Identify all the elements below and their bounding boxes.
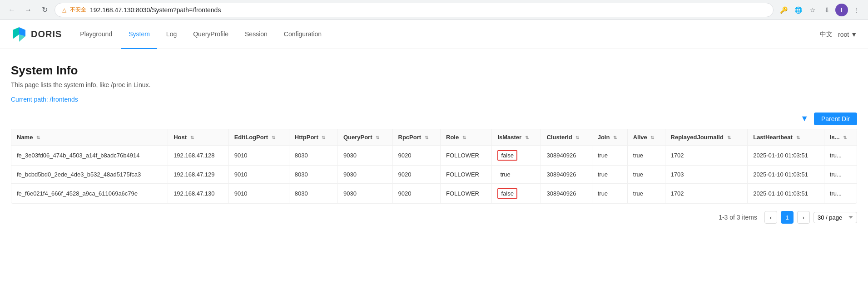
cell-ismaster: false [492,184,541,204]
cell-editlogport: 9010 [228,184,289,204]
sort-icon-role: ⇅ [462,135,466,140]
cell-join: true [592,184,627,204]
col-ishelper[interactable]: Is... ⇅ [824,129,857,146]
col-role[interactable]: Role ⇅ [441,129,492,146]
pagination-info: 1-3 of 3 items [719,214,757,221]
nav-system[interactable]: System [121,20,157,49]
back-button[interactable]: ← [5,4,18,16]
cell-ishelper: tru... [824,184,857,204]
url-text[interactable]: 192.168.47.130:8030/System?path=/fronten… [90,6,766,14]
table-header-row: Name ⇅ Host ⇅ EditLogPort ⇅ HttpPort ⇅ Q… [11,129,857,146]
col-clusterid[interactable]: ClusterId ⇅ [541,129,592,146]
page-description: This page lists the system info, like /p… [11,81,857,88]
sort-icon-ismaster: ⇅ [525,135,529,140]
cell-clusterid: 308940926 [541,146,592,166]
col-name[interactable]: Name ⇅ [11,129,168,146]
language-switcher[interactable]: 中文 [820,30,833,39]
sort-icon-httpport: ⇅ [322,135,325,140]
is-master-value: false [497,150,517,161]
nav-playground[interactable]: Playground [73,20,119,49]
sort-icon-host: ⇅ [190,135,194,140]
cell-name: fe_f6e021f4_666f_4528_a9ca_611069a6c79e [11,184,168,204]
cell-httpport: 8030 [289,166,337,184]
cell-ismaster: false [492,146,541,166]
system-info-table: Name ⇅ Host ⇅ EditLogPort ⇅ HttpPort ⇅ Q… [11,129,857,203]
translate-icon[interactable]: 🌐 [792,4,804,16]
address-bar[interactable]: △ 不安全 192.168.47.130:8030/System?path=/f… [55,3,774,17]
menu-icon[interactable]: ⋮ [850,4,863,16]
cell-rpcport: 9020 [392,146,441,166]
col-alive[interactable]: Alive ⇅ [627,129,665,146]
cell-rpcport: 9020 [392,184,441,204]
col-ismaster[interactable]: IsMaster ⇅ [492,129,541,146]
reload-button[interactable]: ↻ [38,4,51,16]
cell-join: true [592,166,627,184]
nav-session[interactable]: Session [238,20,275,49]
cell-host: 192.168.47.130 [168,184,229,204]
cell-lastheartbeat: 2025-01-10 01:03:51 [748,166,824,184]
cell-alive: true [627,146,665,166]
is-master-value: true [497,170,513,179]
cell-role: FOLLOWER [441,184,492,204]
download-icon[interactable]: ⇩ [821,4,833,16]
table-body: fe_3e03fd06_474b_4503_a14f_b8adc76b49141… [11,146,857,204]
page-1-button[interactable]: 1 [781,211,794,224]
cell-host: 192.168.47.129 [168,166,229,184]
cell-lastheartbeat: 2025-01-10 01:03:51 [748,146,824,166]
main-nav: Playground System Log QueryProfile Sessi… [73,20,820,49]
sort-icon-editlogport: ⇅ [272,135,275,140]
cell-replayedjournalid: 1702 [665,184,748,204]
logo-icon [11,26,27,43]
col-host[interactable]: Host ⇅ [168,129,229,146]
sort-icon-alive: ⇅ [650,135,654,140]
sort-icon-replayedjournalid: ⇅ [727,135,731,140]
cell-editlogport: 9010 [228,166,289,184]
forward-button[interactable]: → [22,4,35,16]
bookmark-icon[interactable]: ☆ [806,4,819,16]
logo-text: DORIS [31,29,62,39]
toolbar: ▼ Parent Dir [11,112,857,125]
cell-ismaster: true [492,166,541,184]
cell-name: fe_3e03fd06_474b_4503_a14f_b8adc76b4914 [11,146,168,166]
col-httpport[interactable]: HttpPort ⇅ [289,129,337,146]
browser-chrome: ← → ↻ △ 不安全 192.168.47.130:8030/System?p… [0,0,868,20]
user-menu[interactable]: root ▼ [838,31,857,38]
col-queryport[interactable]: QueryPort ⇅ [337,129,392,146]
col-rpcport[interactable]: RpcPort ⇅ [392,129,441,146]
pagination-area: 1-3 of 3 items ‹ 1 › 30 / page 50 / page… [11,211,857,224]
cell-rpcport: 9020 [392,166,441,184]
prev-page-button[interactable]: ‹ [764,211,777,224]
col-lastheartbeat[interactable]: LastHeartbeat ⇅ [748,129,824,146]
col-replayedjournalid[interactable]: ReplayedJournalId ⇅ [665,129,748,146]
sort-icon-name: ⇅ [36,135,40,140]
table-row: fe_f6e021f4_666f_4528_a9ca_611069a6c79e1… [11,184,857,204]
filter-button[interactable]: ▼ [799,112,810,125]
cell-alive: true [627,184,665,204]
cell-role: FOLLOWER [441,146,492,166]
sort-icon-join: ⇅ [613,135,617,140]
cell-queryport: 9030 [337,166,392,184]
col-editlogport[interactable]: EditLogPort ⇅ [228,129,289,146]
key-icon[interactable]: 🔑 [777,4,790,16]
cell-host: 192.168.47.128 [168,146,229,166]
sort-icon-clusterid: ⇅ [575,135,579,140]
cell-editlogport: 9010 [228,146,289,166]
security-icon: △ [62,7,66,13]
cell-httpport: 8030 [289,146,337,166]
current-path-link[interactable]: Current path: /frontends [11,96,78,103]
security-label: 不安全 [70,6,86,14]
is-master-value: false [497,188,517,199]
cell-replayedjournalid: 1702 [665,146,748,166]
parent-dir-button[interactable]: Parent Dir [814,113,857,125]
header-right: 中文 root ▼ [820,30,857,39]
col-join[interactable]: Join ⇅ [592,129,627,146]
next-page-button[interactable]: › [797,211,810,224]
nav-configuration[interactable]: Configuration [277,20,329,49]
per-page-select[interactable]: 30 / page 50 / page 100 / page [813,212,857,223]
cell-alive: true [627,166,665,184]
nav-queryprofile[interactable]: QueryProfile [186,20,236,49]
sort-icon-queryport: ⇅ [376,135,379,140]
profile-avatar[interactable]: I [835,4,848,16]
sort-icon-ishelper: ⇅ [843,135,847,140]
nav-log[interactable]: Log [159,20,184,49]
